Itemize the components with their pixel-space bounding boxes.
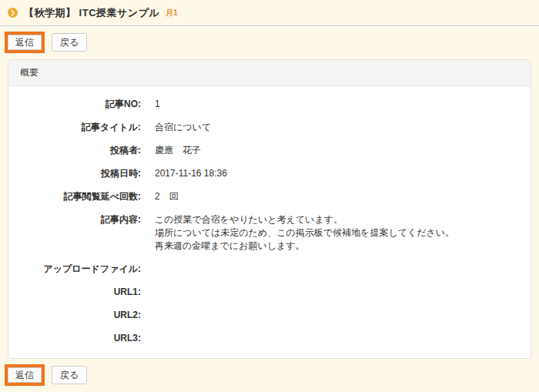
field-value <box>141 309 155 322</box>
field-row: URL1: <box>21 286 518 299</box>
field-label: URL1: <box>21 286 141 299</box>
toolbar-top: 返信 戻る <box>0 26 539 57</box>
field-row: 記事NO:1 <box>21 98 518 111</box>
chevron-right-icon: ❯ <box>8 8 18 18</box>
field-value: 慶應 花子 <box>141 144 201 157</box>
field-label: 投稿者: <box>21 144 141 157</box>
period-tag: 月1 <box>166 8 178 18</box>
reply-button-highlight: 返信 <box>5 32 45 53</box>
field-label: 記事閲覧延べ回数: <box>21 190 141 203</box>
field-row: 記事タイトル:合宿について <box>21 121 518 134</box>
reply-button[interactable]: 返信 <box>8 367 42 383</box>
panel-title: 概要 <box>8 60 531 86</box>
field-value: 1 <box>141 98 160 111</box>
reply-button-highlight: 返信 <box>5 364 45 386</box>
field-value: この授業で合宿をやりたいと考えています。 場所については未定のため、この掲示板で… <box>141 213 454 253</box>
field-row: 投稿日時:2017-11-16 18:36 <box>21 167 518 180</box>
field-label: URL2: <box>21 309 141 322</box>
summary-panel: 概要 記事NO:1記事タイトル:合宿について投稿者:慶應 花子投稿日時:2017… <box>8 59 531 359</box>
field-row: URL2: <box>21 309 518 322</box>
field-row: URL3: <box>21 332 518 345</box>
page-title: 【秋学期】 ITC授業サンプル <box>24 6 159 20</box>
field-row: 投稿者:慶應 花子 <box>21 144 518 157</box>
field-label: 記事タイトル: <box>21 121 141 134</box>
field-value: 2 回 <box>141 190 179 203</box>
field-label: 記事NO: <box>21 98 141 111</box>
field-label: アップロードファイル: <box>21 263 141 276</box>
back-button[interactable]: 戻る <box>52 33 87 52</box>
field-value: 合宿について <box>141 121 211 134</box>
back-button[interactable]: 戻る <box>52 366 87 384</box>
field-label: 投稿日時: <box>21 167 141 180</box>
field-row: 記事閲覧延べ回数:2 回 <box>21 190 518 203</box>
field-label: 記事内容: <box>21 213 141 253</box>
field-row: 記事内容:この授業で合宿をやりたいと考えています。 場所については未定のため、こ… <box>21 213 518 253</box>
panel-body: 記事NO:1記事タイトル:合宿について投稿者:慶應 花子投稿日時:2017-11… <box>8 86 531 358</box>
field-value <box>141 332 155 345</box>
toolbar-bottom: 返信 戻る <box>0 359 539 390</box>
field-value: 2017-11-16 18:36 <box>141 167 227 180</box>
page-header: ❯ 【秋学期】 ITC授業サンプル 月1 <box>0 0 539 26</box>
field-value <box>141 263 155 276</box>
field-label: URL3: <box>21 332 141 345</box>
field-value <box>141 286 155 299</box>
reply-button[interactable]: 返信 <box>8 35 42 50</box>
field-row: アップロードファイル: <box>21 263 518 276</box>
